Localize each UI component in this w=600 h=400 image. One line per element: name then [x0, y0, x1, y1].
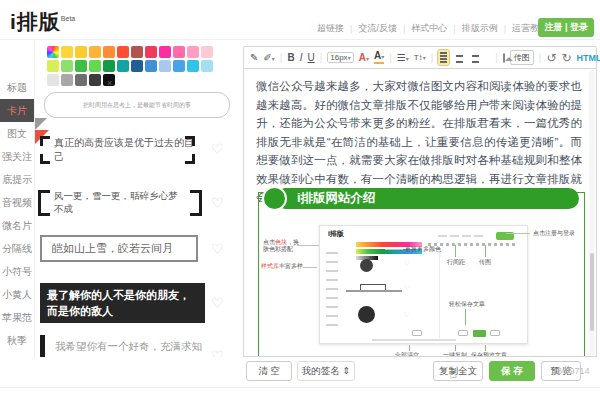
- sidebar-item-bottomtip[interactable]: 底提示: [0, 168, 34, 191]
- favorite-heart-icon[interactable]: ♡: [211, 195, 224, 211]
- favorite-heart-icon[interactable]: ♡: [211, 295, 224, 311]
- annotation-line: [303, 267, 317, 268]
- image-icon[interactable]: [503, 53, 505, 63]
- style-card-black[interactable]: 最了解你的人不是你的朋友，而是你的敌人: [40, 283, 205, 323]
- copy-all-button[interactable]: 复制全文: [433, 361, 483, 381]
- color-swatch[interactable]: [159, 60, 171, 72]
- sidebar-item-namecard[interactable]: 微名片: [0, 214, 34, 237]
- redo-icon[interactable]: ↻: [562, 51, 572, 65]
- align-right-button[interactable]: [470, 50, 481, 65]
- save-button[interactable]: 保 存: [489, 361, 535, 381]
- mini-heart-icon: ♡: [404, 311, 409, 318]
- favorite-heart-icon[interactable]: ♡: [211, 241, 224, 257]
- top-nav: 超链接| 交流/反馈| 样式中心| 排版示例| 运营教程: [317, 22, 548, 35]
- style-card-text: 皑如山上雪，皎若云间月: [52, 241, 173, 256]
- nav-layout-demo[interactable]: 排版示例: [462, 22, 498, 35]
- clear-button[interactable]: 清 空: [246, 361, 292, 381]
- list-dropdown[interactable]: ☰▾: [397, 52, 409, 63]
- align-justify-button[interactable]: [486, 50, 490, 65]
- intro-screenshot-image[interactable]: i排版 ♡ ♡ ♡: [319, 225, 528, 344]
- color-swatch[interactable]: [201, 46, 213, 58]
- sidebar-item-audiovideo[interactable]: 音视频: [0, 191, 34, 214]
- mini-avatar-circle: [360, 259, 373, 272]
- color-swatch[interactable]: [47, 60, 59, 72]
- annotation-line: [465, 309, 466, 325]
- format-painter-icon[interactable]: ✎: [250, 52, 258, 63]
- register-login-button[interactable]: 注册 | 登录: [538, 18, 594, 37]
- annotation-line: [485, 245, 486, 257]
- color-swatch[interactable]: [61, 74, 73, 86]
- line-height-dropdown[interactable]: T↕▾: [414, 53, 426, 62]
- sidebar-item-symbol[interactable]: 小符号: [0, 260, 34, 283]
- color-swatch[interactable]: [89, 60, 101, 72]
- annotation-line: [385, 249, 403, 250]
- sidebar-item-autumn[interactable]: 秋季: [0, 329, 34, 352]
- sidebar-item-follow[interactable]: 强关注: [0, 145, 34, 168]
- color-swatch[interactable]: [201, 60, 213, 72]
- underline-button[interactable]: U: [307, 52, 314, 63]
- sidebar-item-divider[interactable]: 分隔线: [0, 237, 34, 260]
- color-swatch[interactable]: [131, 46, 143, 58]
- color-swatch[interactable]: [117, 60, 129, 72]
- annotation-register: 点击注册与登录: [533, 230, 575, 237]
- align-left-button[interactable]: [438, 50, 449, 65]
- color-swatch[interactable]: [173, 46, 185, 58]
- bracket-corner-icon: [40, 154, 50, 164]
- bold-button[interactable]: B: [287, 52, 294, 63]
- sidebar-item-card[interactable]: 卡片: [0, 99, 34, 122]
- color-swatch[interactable]: [117, 46, 129, 58]
- mini-divider-line: [346, 290, 402, 292]
- undo-icon[interactable]: ↺: [546, 51, 556, 65]
- color-palette-row2: [47, 60, 213, 72]
- color-swatch[interactable]: [103, 60, 115, 72]
- style-card-text: 风一更，雪一更，聒碎乡心梦不成: [54, 190, 186, 216]
- upload-image-button[interactable]: 传图: [510, 50, 534, 65]
- font-size-dropdown[interactable]: 16px▾: [327, 52, 353, 63]
- nav-hyperlink[interactable]: 超链接: [317, 22, 344, 35]
- style-card-corner-brackets[interactable]: 真正的高贵应该是优于过去的自己: [40, 136, 195, 164]
- my-signature-dropdown[interactable]: 我的签名 ⇕: [297, 361, 355, 381]
- color-swatch[interactable]: [47, 74, 59, 86]
- color-swatch[interactable]: [131, 60, 143, 72]
- category-sidebar: 标题 卡片 图文 强关注 底提示 音视频 微名片 分隔线 小符号 小黄人 苹果范…: [0, 40, 35, 400]
- nav-feedback[interactable]: 交流/反馈: [358, 22, 397, 35]
- sidebar-item-imagetext[interactable]: 图文: [0, 122, 34, 145]
- color-swatch[interactable]: [145, 60, 157, 72]
- editor-content[interactable]: 微信公众号越来越多，大家对微信图文内容和阅读体验的要求也越来越高。好的微信文章排…: [243, 69, 597, 357]
- favorite-heart-icon[interactable]: ♡: [211, 141, 224, 157]
- editor-scrollbar: [589, 70, 595, 356]
- color-swatch[interactable]: [89, 74, 101, 86]
- font-color-button[interactable]: A▾: [359, 52, 369, 63]
- sidebar-item-apple[interactable]: 苹果范: [0, 306, 34, 329]
- sidebar-item-minion[interactable]: 小黄人: [0, 283, 34, 306]
- color-swatch[interactable]: [159, 46, 171, 58]
- app-logo[interactable]: i排版Beta: [10, 8, 75, 36]
- color-swatch[interactable]: [75, 74, 87, 86]
- style-card-plain-border[interactable]: 皑如山上雪，皎若云间月: [40, 235, 198, 262]
- clear-format-icon[interactable]: ✐▾: [263, 52, 274, 63]
- background-color-button[interactable]: A▾: [374, 51, 384, 64]
- color-swatch[interactable]: [173, 60, 185, 72]
- html-source-button[interactable]: HTML: [577, 53, 600, 63]
- align-center-button[interactable]: [454, 50, 465, 65]
- annotation-line: [409, 345, 410, 351]
- color-swatch[interactable]: [187, 46, 199, 58]
- color-swatch[interactable]: [145, 46, 157, 58]
- style-card-text: 真正的高贵应该是优于过去的自己: [54, 136, 195, 164]
- color-swatch[interactable]: [187, 60, 199, 72]
- color-swatch[interactable]: [75, 60, 87, 72]
- style-card-rounded[interactable]: 把时间用在思考上，是最能节省时间的事: [44, 92, 230, 118]
- italic-button[interactable]: I: [300, 52, 303, 63]
- color-swatch[interactable]: [89, 46, 101, 58]
- nav-style-center[interactable]: 样式中心: [411, 22, 447, 35]
- color-swatch[interactable]: [61, 60, 73, 72]
- color-swatch[interactable]: [47, 46, 59, 58]
- scrollbar-thumb[interactable]: [590, 253, 594, 331]
- color-swatch[interactable]: [103, 46, 115, 58]
- color-swatch[interactable]: [61, 46, 73, 58]
- ribbon-corner-gray: [35, 118, 47, 130]
- sidebar-item-title[interactable]: 标题: [0, 76, 34, 99]
- mini-clear-button: [412, 330, 422, 336]
- color-swatch[interactable]: [75, 46, 87, 58]
- style-card-side-brackets[interactable]: 风一更，雪一更，聒碎乡心梦不成: [38, 190, 202, 216]
